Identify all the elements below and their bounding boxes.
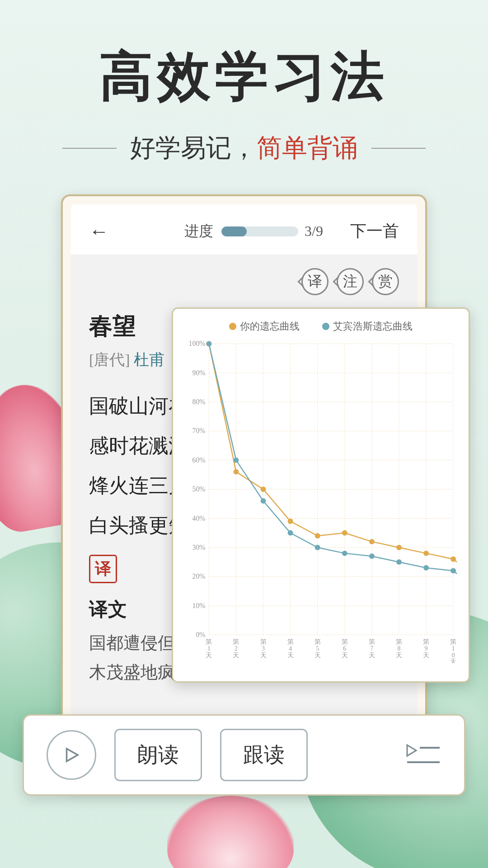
svg-text:60%: 60% — [192, 456, 205, 464]
svg-point-79 — [369, 553, 375, 559]
lotus-flower-decoration — [167, 796, 294, 868]
back-arrow-icon[interactable]: ← — [89, 220, 109, 243]
svg-text:30%: 30% — [192, 543, 205, 551]
play-icon — [62, 745, 81, 764]
read-aloud-button[interactable]: 朗读 — [114, 729, 202, 781]
play-button[interactable] — [47, 730, 96, 780]
progress-text: 3/9 — [305, 223, 323, 240]
svg-point-70 — [396, 545, 402, 550]
chart-svg: 0%10%20%30%40%50%60%70%80%90%100%第1天第2天第… — [182, 338, 460, 663]
svg-text:6: 6 — [343, 645, 346, 652]
svg-text:天: 天 — [396, 652, 402, 659]
svg-text:天: 天 — [260, 652, 267, 659]
legend-dot-blue — [322, 323, 329, 330]
svg-text:天: 天 — [342, 652, 348, 659]
svg-text:第: 第 — [206, 638, 212, 645]
svg-point-72 — [450, 557, 456, 562]
playlist-icon[interactable] — [405, 741, 441, 769]
svg-text:第: 第 — [233, 638, 239, 645]
svg-point-67 — [315, 533, 320, 538]
legend-dot-orange — [229, 323, 236, 330]
svg-text:70%: 70% — [192, 427, 205, 434]
annotate-icon[interactable]: 注 — [337, 268, 364, 295]
toolbar-icons: 译 注 赏 — [89, 255, 399, 304]
svg-text:第: 第 — [314, 638, 321, 645]
svg-text:天: 天 — [314, 652, 321, 659]
svg-text:9: 9 — [425, 645, 428, 652]
svg-text:第: 第 — [369, 638, 375, 645]
svg-point-69 — [369, 539, 375, 544]
subtitle-black: 好学易记， — [130, 134, 257, 162]
svg-text:天: 天 — [369, 652, 375, 659]
svg-text:第: 第 — [396, 638, 402, 645]
chart-legend: 你的遗忘曲线 艾宾浩斯遗忘曲线 — [182, 320, 460, 333]
svg-text:20%: 20% — [192, 572, 205, 580]
svg-point-78 — [342, 551, 347, 556]
svg-text:10%: 10% — [192, 602, 205, 609]
svg-text:80%: 80% — [192, 398, 205, 406]
chart-area: 0%10%20%30%40%50%60%70%80%90%100%第1天第2天第… — [182, 338, 460, 663]
svg-point-82 — [450, 568, 456, 574]
playlist-svg-icon — [405, 741, 441, 769]
svg-point-76 — [288, 530, 293, 536]
subtitle: 好学易记，简单背诵 — [130, 131, 358, 165]
subtitle-red: 简单背诵 — [257, 134, 358, 162]
page-header: 高效学习法 好学易记，简单背诵 — [0, 0, 488, 165]
legend-label-2: 艾宾浩斯遗忘曲线 — [333, 320, 413, 333]
svg-point-64 — [234, 469, 239, 475]
svg-point-66 — [288, 519, 293, 524]
svg-point-68 — [342, 530, 347, 536]
poem-author-name[interactable]: 杜甫 — [134, 351, 164, 368]
svg-point-65 — [261, 486, 266, 492]
translate-icon[interactable]: 译 — [301, 268, 328, 295]
topbar: ← 进度 3/9 下一首 — [71, 204, 417, 255]
svg-text:40%: 40% — [192, 514, 205, 522]
poem-dynasty: [唐代] — [89, 351, 130, 368]
svg-text:天: 天 — [206, 652, 212, 659]
svg-point-81 — [423, 565, 429, 571]
svg-text:0: 0 — [452, 652, 455, 659]
chart-card: 你的遗忘曲线 艾宾浩斯遗忘曲线 0%10%20%30%40%50%60%70%8… — [172, 307, 470, 683]
svg-text:天: 天 — [287, 652, 294, 659]
divider — [62, 148, 117, 149]
svg-text:90%: 90% — [192, 369, 205, 377]
svg-point-80 — [396, 559, 402, 565]
svg-text:5: 5 — [316, 645, 319, 652]
svg-text:50%: 50% — [192, 485, 205, 493]
follow-read-button[interactable]: 跟读 — [220, 729, 308, 781]
svg-point-75 — [261, 498, 266, 504]
progress-label: 进度 — [184, 222, 213, 241]
controls-bar: 朗读 跟读 — [23, 714, 465, 796]
legend-label-1: 你的遗忘曲线 — [240, 320, 300, 333]
svg-text:第: 第 — [450, 638, 456, 645]
svg-text:第: 第 — [423, 638, 429, 645]
svg-text:7: 7 — [370, 645, 373, 652]
svg-text:第: 第 — [287, 638, 294, 645]
svg-point-77 — [315, 545, 320, 550]
svg-text:100%: 100% — [189, 340, 206, 347]
svg-text:1: 1 — [452, 645, 455, 652]
svg-text:第: 第 — [342, 638, 348, 645]
svg-text:4: 4 — [289, 645, 292, 652]
main-title: 高效学习法 — [0, 41, 488, 113]
progress-bar — [221, 226, 298, 236]
svg-text:3: 3 — [262, 645, 265, 652]
svg-text:2: 2 — [235, 645, 238, 652]
svg-point-73 — [206, 341, 211, 346]
subtitle-row: 好学易记，简单背诵 — [0, 131, 488, 165]
legend-item-1: 你的遗忘曲线 — [229, 320, 300, 333]
svg-marker-83 — [67, 749, 78, 761]
svg-text:8: 8 — [398, 645, 401, 652]
svg-text:天: 天 — [233, 652, 239, 659]
svg-text:0%: 0% — [196, 631, 205, 638]
yi-badge[interactable]: 译 — [89, 555, 117, 583]
svg-text:天: 天 — [450, 658, 456, 663]
appreciate-icon[interactable]: 赏 — [372, 268, 399, 295]
progress-fill — [221, 226, 247, 236]
divider — [371, 148, 426, 149]
svg-text:第: 第 — [260, 638, 267, 645]
svg-text:1: 1 — [207, 645, 211, 652]
svg-marker-84 — [407, 745, 416, 756]
next-button[interactable]: 下一首 — [350, 220, 399, 242]
legend-item-2: 艾宾浩斯遗忘曲线 — [322, 320, 413, 333]
